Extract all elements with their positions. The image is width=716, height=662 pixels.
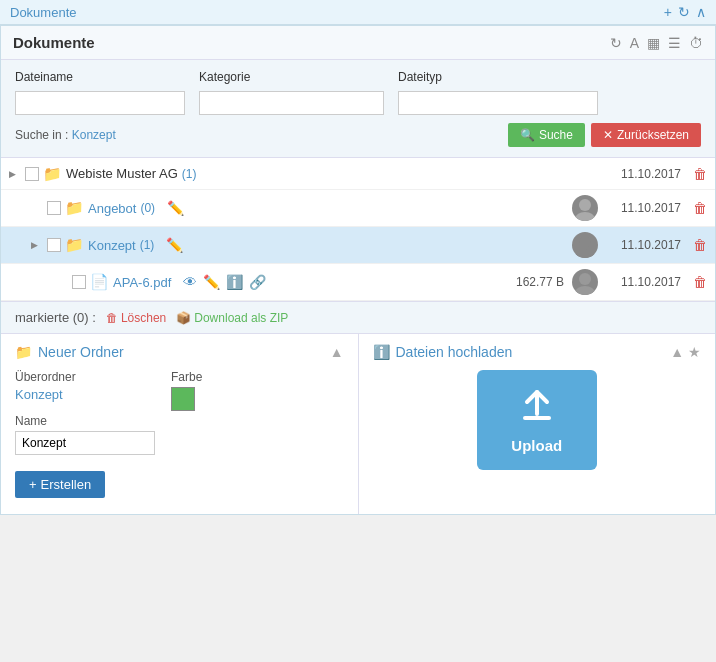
parent-row: Überordner Konzept: [15, 370, 155, 402]
tab-title: Dokumente: [10, 5, 76, 20]
parent-value-link[interactable]: Konzept: [15, 387, 63, 402]
search-in-link[interactable]: Konzept: [72, 128, 116, 142]
info-icon[interactable]: ℹ️: [226, 274, 243, 290]
color-picker[interactable]: [171, 387, 195, 411]
plus-icon: +: [29, 477, 37, 492]
new-folder-title: 📁 Neuer Ordner: [15, 344, 124, 360]
svg-point-0: [579, 199, 591, 211]
new-folder-panel: 📁 Neuer Ordner ▲ Überordner Konzept Name: [1, 334, 359, 514]
row-checkbox[interactable]: [47, 238, 61, 252]
reset-button[interactable]: ✕ Zurücksetzen: [591, 123, 701, 147]
edit-icon[interactable]: ✏️: [166, 237, 183, 253]
expand-icon[interactable]: ▶: [31, 240, 43, 250]
row-name-link[interactable]: Konzept: [88, 238, 136, 253]
folder-fields-row: Überordner Konzept Name Farbe: [15, 370, 344, 463]
row-checkbox[interactable]: [25, 167, 39, 181]
upload-panel-header: ℹ️ Dateien hochladen ▲ ★: [373, 344, 702, 360]
preview-icon[interactable]: 👁: [183, 274, 197, 290]
search-magnifier-icon: 🔍: [520, 128, 535, 142]
row-name-link[interactable]: Angebot: [88, 201, 136, 216]
header-icon-group: ↻ A ▦ ☰ ⏱: [610, 35, 703, 51]
avatar: [572, 195, 598, 221]
delete-marked-button[interactable]: 🗑 Löschen: [106, 311, 166, 325]
row-actions: ✏️: [167, 200, 184, 216]
tab-collapse-icon[interactable]: ∧: [696, 4, 706, 20]
color-label: Farbe: [171, 370, 202, 384]
row-actions: 👁 ✏️ ℹ️ 🔗: [183, 274, 266, 290]
list-icon[interactable]: ☰: [668, 35, 681, 51]
category-label: Kategorie: [199, 70, 384, 84]
upload-panel: ℹ️ Dateien hochladen ▲ ★ Upload: [359, 334, 716, 514]
row-name: Webiste Muster AG: [66, 166, 178, 181]
edit-icon[interactable]: ✏️: [203, 274, 220, 290]
date-cell: 11.10.2017: [606, 238, 681, 252]
row-count: (1): [182, 167, 197, 181]
category-field: Kategorie: [199, 70, 384, 115]
svg-point-3: [575, 249, 595, 258]
category-input[interactable]: [199, 91, 384, 115]
filetype-field: Dateityp: [398, 70, 598, 115]
upload-title: ℹ️ Dateien hochladen: [373, 344, 513, 360]
tab-refresh-icon[interactable]: ↻: [678, 4, 690, 20]
filename-field: Dateiname: [15, 70, 185, 115]
expand-icon[interactable]: ▶: [9, 169, 21, 179]
refresh-icon[interactable]: ↻: [610, 35, 622, 51]
row-checkbox[interactable]: [47, 201, 61, 215]
upload-star-icon[interactable]: ★: [688, 344, 701, 360]
delete-icon[interactable]: 🗑: [693, 166, 707, 182]
search-section: Dateiname Kategorie Dateityp Suche in : …: [1, 60, 715, 158]
new-folder-header: 📁 Neuer Ordner ▲: [15, 344, 344, 360]
row-right: 11.10.2017 🗑: [572, 232, 707, 258]
svg-point-2: [579, 236, 591, 248]
sub-panel-icons: ▲: [330, 344, 344, 360]
pdf-file-icon: 📄: [90, 273, 109, 291]
row-name-link[interactable]: APA-6.pdf: [113, 275, 171, 290]
row-right: 11.10.2017 🗑: [606, 166, 707, 182]
file-tree: ▶ 📁 Webiste Muster AG (1) 11.10.2017 🗑 ▶…: [1, 158, 715, 302]
svg-point-5: [575, 286, 595, 295]
search-button[interactable]: 🔍 Suche: [508, 123, 585, 147]
upload-area[interactable]: Upload: [477, 370, 597, 470]
panel-up-icon[interactable]: ▲: [330, 344, 344, 360]
marked-label: markierte (0) :: [15, 310, 96, 325]
name-input[interactable]: [15, 431, 155, 455]
font-icon[interactable]: A: [630, 35, 639, 51]
svg-point-4: [579, 273, 591, 285]
filename-label: Dateiname: [15, 70, 185, 84]
delete-trash-icon: 🗑: [106, 311, 118, 325]
row-left: ▶ 📁 Angebot (0) ✏️: [31, 199, 572, 217]
row-checkbox[interactable]: [72, 275, 86, 289]
bottom-panels: 📁 Neuer Ordner ▲ Überordner Konzept Name: [1, 334, 715, 514]
filename-input[interactable]: [15, 91, 185, 115]
delete-icon[interactable]: 🗑: [693, 200, 707, 216]
link-icon[interactable]: 🔗: [249, 274, 266, 290]
row-count: (1): [140, 238, 155, 252]
tab-add-icon[interactable]: +: [664, 4, 672, 20]
upload-info-icon: ℹ️: [373, 344, 390, 360]
search-fields: Dateiname Kategorie Dateityp: [15, 70, 701, 115]
download-zip-button[interactable]: 📦 Download als ZIP: [176, 311, 288, 325]
create-label: Erstellen: [41, 477, 92, 492]
download-zip-icon: 📦: [176, 311, 191, 325]
tree-row: ▶ 📁 Konzept (1) ✏️ 11.10.2017 🗑: [1, 227, 715, 264]
date-cell: 11.10.2017: [606, 167, 681, 181]
filetype-input[interactable]: [398, 91, 598, 115]
table-icon[interactable]: ▦: [647, 35, 660, 51]
file-size: 162.77 B: [494, 275, 564, 289]
row-left: ▶ 📁 Konzept (1) ✏️: [31, 236, 572, 254]
row-count: (0): [140, 201, 155, 215]
search-actions: Suche in : Konzept 🔍 Suche ✕ Zurücksetze…: [15, 123, 701, 147]
upload-label: Upload: [511, 437, 562, 454]
tab-bar: Dokumente + ↻ ∧: [0, 0, 716, 25]
clock-icon[interactable]: ⏱: [689, 35, 703, 51]
edit-icon[interactable]: ✏️: [167, 200, 184, 216]
delete-icon[interactable]: 🗑: [693, 237, 707, 253]
delete-icon[interactable]: 🗑: [693, 274, 707, 290]
upload-up-icon[interactable]: ▲: [670, 344, 684, 360]
date-cell: 11.10.2017: [606, 275, 681, 289]
date-cell: 11.10.2017: [606, 201, 681, 215]
create-folder-button[interactable]: + Erstellen: [15, 471, 105, 498]
search-in-label: Suche in : Konzept: [15, 128, 116, 142]
color-row: Farbe: [171, 370, 202, 414]
name-row: Name: [15, 414, 155, 455]
